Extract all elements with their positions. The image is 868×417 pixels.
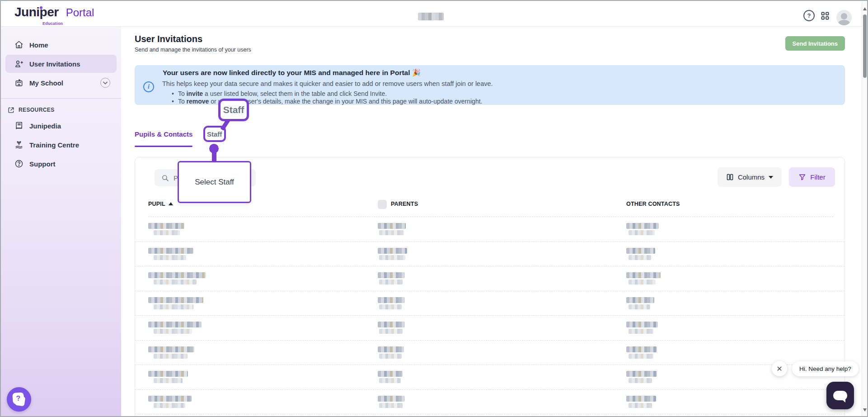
- sidebar-item-junipedia[interactable]: Junipedia: [5, 117, 117, 135]
- banner-body: This helps keep your data secure and mak…: [162, 80, 493, 87]
- sidebar-item-user-invitations[interactable]: User Invitations: [5, 55, 117, 73]
- censored-pupil-name: [148, 396, 192, 408]
- filter-funnel-icon: [798, 173, 806, 181]
- scrollbar-up-arrow[interactable]: [863, 7, 867, 10]
- table-row[interactable]: [135, 266, 845, 291]
- table-row[interactable]: [135, 291, 845, 316]
- censored-pupil-name: [148, 248, 193, 260]
- info-icon: i: [143, 81, 154, 92]
- apps-grid-icon[interactable]: [821, 12, 829, 20]
- chevron-down-icon[interactable]: [100, 78, 110, 88]
- column-header-parents[interactable]: PARENTS: [391, 201, 418, 207]
- sidebar-item-label: Training Centre: [29, 141, 79, 149]
- censored-text-line: [148, 223, 184, 229]
- help-icon[interactable]: ?: [803, 10, 815, 21]
- censored-text-line: [379, 403, 403, 408]
- censored-text-line: [626, 396, 656, 402]
- censored-text-line: [154, 329, 192, 334]
- brand-name: Juniper Education: [14, 5, 59, 19]
- sidebar-divider: [1, 98, 121, 99]
- sidebar-section-resources: RESOURCES: [1, 104, 121, 116]
- censored-text-line: [379, 230, 404, 235]
- sidebar-item-label: Support: [29, 160, 56, 168]
- censored-text-line: [379, 329, 403, 334]
- help-widget-button[interactable]: ?: [7, 387, 31, 412]
- column-header-pupil[interactable]: PUPIL: [148, 201, 165, 207]
- censored-parent-name: [378, 346, 404, 359]
- table-row[interactable]: [135, 365, 845, 390]
- user-avatar[interactable]: [836, 10, 852, 25]
- question-circle-icon: [14, 159, 23, 168]
- home-icon: [14, 40, 23, 49]
- censored-text-line: [626, 248, 655, 254]
- main-content: User Invitations Send and manage the inv…: [121, 27, 868, 417]
- select-all-parents-checkbox[interactable]: [378, 200, 387, 209]
- sidebar-item-support[interactable]: Support: [5, 155, 117, 173]
- filter-button[interactable]: Filter: [789, 167, 835, 187]
- sort-ascending-icon[interactable]: [169, 202, 173, 205]
- sidebar: Home User Invitations My School RESOURCE…: [1, 27, 121, 417]
- columns-icon: [726, 173, 734, 181]
- table-row[interactable]: [135, 390, 845, 415]
- censored-text-line: [378, 297, 405, 303]
- censored-text-line: [379, 378, 401, 383]
- censored-school-name: [418, 13, 444, 20]
- chat-greeting-bubble[interactable]: Hi. Need any help?: [792, 361, 859, 376]
- table-body: [135, 217, 845, 414]
- censored-text-line: [629, 403, 652, 408]
- send-invitations-button[interactable]: Send Invitations: [785, 36, 845, 51]
- censored-text-line: [378, 396, 405, 402]
- censored-text-line: [626, 322, 658, 327]
- censored-parent-name: [378, 396, 405, 408]
- censored-text-line: [378, 272, 405, 278]
- product-name: Portal: [66, 6, 94, 19]
- censored-text-line: [154, 255, 186, 260]
- scrollbar-thumb[interactable]: [863, 14, 867, 78]
- sidebar-item-label: My School: [29, 79, 63, 87]
- censored-text-line: [378, 371, 403, 377]
- censored-text-line: [154, 304, 193, 309]
- sidebar-item-my-school[interactable]: My School: [5, 74, 117, 92]
- columns-button[interactable]: Columns: [718, 167, 782, 187]
- sidebar-section-label: RESOURCES: [19, 107, 55, 113]
- sidebar-item-home[interactable]: Home: [5, 36, 117, 54]
- brand-logo[interactable]: Juniper Education Portal: [14, 5, 94, 19]
- censored-text-line: [379, 280, 403, 284]
- chat-close-icon[interactable]: ✕: [772, 361, 787, 376]
- censored-text-line: [626, 346, 657, 352]
- censored-pupil-name: [148, 297, 203, 309]
- censored-text-line: [626, 297, 654, 303]
- censored-text-line: [378, 322, 405, 327]
- column-header-other-contacts[interactable]: OTHER CONTACTS: [626, 201, 680, 207]
- page-title: User Invitations: [135, 34, 202, 44]
- censored-parent-name: [378, 248, 407, 260]
- tab-pupils-contacts[interactable]: Pupils & Contacts: [135, 130, 192, 138]
- external-link-icon: [8, 107, 14, 114]
- sidebar-item-training-centre[interactable]: Training Centre: [5, 136, 117, 154]
- censored-text-line: [148, 322, 202, 327]
- censored-contact-name: [626, 371, 657, 383]
- brand-idot: [40, 6, 42, 9]
- sidebar-item-label: Home: [29, 41, 48, 49]
- table-row[interactable]: [135, 341, 845, 365]
- censored-pupil-name: [148, 322, 202, 334]
- scrollbar-down-arrow[interactable]: [863, 408, 867, 412]
- columns-label: Columns: [738, 173, 765, 181]
- table-row[interactable]: [135, 242, 845, 267]
- censored-text-line: [154, 354, 188, 359]
- book-icon: [14, 121, 23, 130]
- censored-text-line: [148, 346, 194, 352]
- sidebar-item-label: User Invitations: [29, 60, 80, 68]
- censored-text-line: [154, 280, 197, 284]
- table-row[interactable]: [135, 316, 845, 341]
- censored-text-line: [148, 396, 192, 402]
- chat-launcher-button[interactable]: [826, 382, 854, 409]
- sprout-icon: [14, 140, 23, 149]
- sidebar-item-label: Junipedia: [29, 122, 61, 130]
- censored-text-line: [154, 230, 180, 235]
- censored-text-line: [629, 354, 653, 359]
- table-row[interactable]: [135, 217, 845, 242]
- censored-contact-name: [626, 346, 657, 359]
- annotation-select-staff-tooltip: Select Staff: [178, 161, 251, 203]
- search-icon: [161, 174, 169, 182]
